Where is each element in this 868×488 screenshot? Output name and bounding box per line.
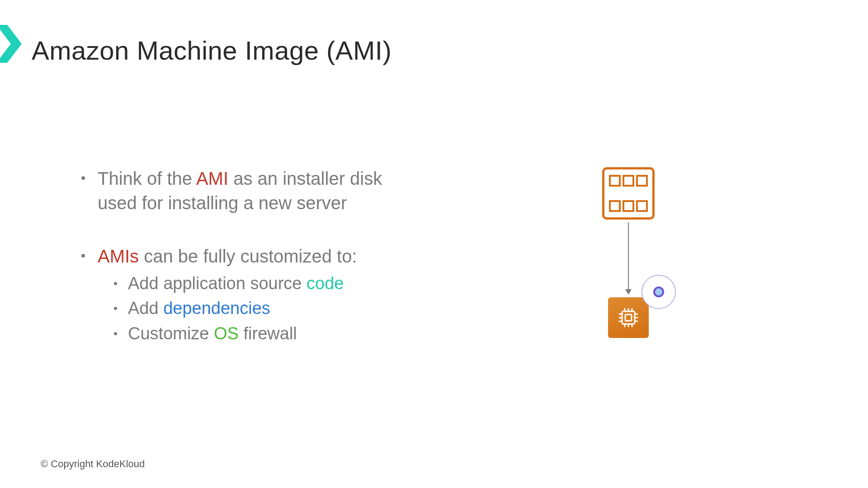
ec2-instance-icon	[608, 297, 649, 338]
sub-bullet-item-3: Customize OS firewall	[114, 322, 407, 345]
ami-icon	[602, 167, 655, 220]
bullet-dot-icon	[114, 332, 117, 335]
bullet-text: Add application source code	[128, 272, 407, 295]
bullet-dot-icon	[81, 254, 85, 258]
bullet-dot-icon	[81, 176, 85, 180]
corner-chevron-icon	[0, 25, 22, 65]
sub-bullet-item-2: Add dependencies	[114, 297, 407, 320]
text-fragment: Add	[128, 299, 163, 318]
svg-rect-1	[622, 311, 635, 324]
text-fragment: Think of the	[98, 169, 196, 188]
text-fragment: Add application source	[128, 274, 307, 293]
bullet-item-1: Think of the AMI as an installer disk us…	[81, 166, 407, 215]
svg-rect-2	[625, 314, 632, 321]
highlight-dependencies: dependencies	[163, 299, 270, 318]
page-title: Amazon Machine Image (AMI)	[32, 35, 392, 66]
text-fragment: firewall	[239, 324, 297, 343]
bullet-dot-icon	[114, 307, 117, 310]
text-fragment: Customize	[128, 324, 214, 343]
arrow-down-icon	[628, 222, 629, 294]
highlight-os: OS	[214, 324, 239, 343]
highlight-code: code	[307, 274, 344, 293]
bullet-text: Add dependencies	[128, 297, 407, 320]
bullet-text: AMIs can be fully customized to:	[98, 244, 407, 268]
text-fragment: can be fully customized to:	[139, 246, 357, 266]
ami-diagram	[583, 167, 674, 338]
bullet-text: Think of the AMI as an installer disk us…	[98, 166, 407, 215]
bullet-dot-icon	[114, 282, 117, 285]
highlight-ami: AMI	[196, 169, 228, 188]
bullet-text: Customize OS firewall	[128, 322, 407, 345]
copyright-text: © Copyright KodeKloud	[41, 458, 145, 470]
highlight-amis: AMIs	[98, 246, 139, 266]
sub-bullet-list: Add application source code Add dependen…	[114, 272, 407, 345]
content-area: Think of the AMI as an installer disk us…	[81, 166, 407, 347]
installer-disc-icon	[642, 275, 676, 309]
bullet-item-2: AMIs can be fully customized to:	[81, 244, 407, 268]
sub-bullet-item-1: Add application source code	[114, 272, 407, 295]
svg-marker-0	[0, 25, 22, 63]
chip-icon	[616, 305, 641, 330]
